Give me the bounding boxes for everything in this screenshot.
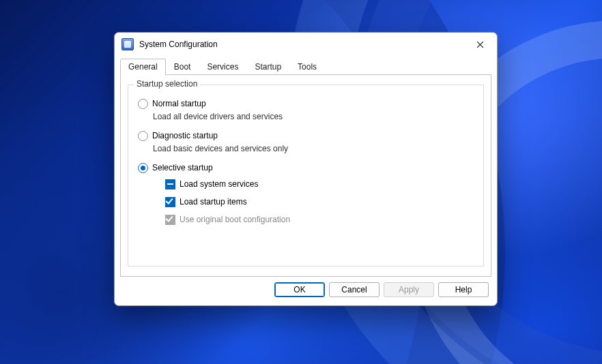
- help-button[interactable]: Help: [438, 282, 489, 297]
- msconfig-icon: [121, 38, 134, 50]
- checkbox-icon: [165, 179, 175, 189]
- checkbox-use-original-boot: Use original boot configuration: [138, 213, 474, 226]
- radio-diagnostic-startup[interactable]: Diagnostic startup: [138, 130, 474, 142]
- radio-icon: [138, 99, 148, 109]
- radio-selective-startup[interactable]: Selective startup: [138, 162, 474, 174]
- close-button[interactable]: [470, 36, 490, 52]
- tab-panel-general: Startup selection Normal startup Load al…: [120, 74, 491, 277]
- cancel-button[interactable]: Cancel: [329, 282, 379, 297]
- checkbox-load-system-services[interactable]: Load system services: [138, 178, 474, 190]
- radio-icon: [138, 163, 148, 173]
- radio-normal-startup[interactable]: Normal startup: [138, 97, 474, 110]
- tab-tools[interactable]: Tools: [289, 59, 325, 75]
- tab-strip: General Boot Services Startup Tools: [115, 58, 497, 74]
- close-icon: [476, 41, 484, 48]
- checkbox-label: Load startup items: [180, 197, 247, 207]
- window-title: System Configuration: [139, 40, 470, 49]
- normal-startup-desc: Load all device drivers and services: [138, 110, 474, 123]
- system-configuration-dialog: System Configuration General Boot Servic…: [114, 32, 498, 306]
- startup-selection-group: Startup selection Normal startup Load al…: [128, 85, 484, 267]
- tab-label: General: [128, 62, 158, 72]
- tab-label: Startup: [255, 62, 281, 72]
- titlebar: System Configuration: [115, 33, 497, 56]
- radio-label: Selective startup: [152, 163, 213, 172]
- checkbox-load-startup-items[interactable]: Load startup items: [138, 196, 474, 208]
- desktop-wallpaper: System Configuration General Boot Servic…: [0, 0, 602, 364]
- tab-general[interactable]: General: [120, 59, 166, 75]
- checkbox-icon: [165, 215, 175, 225]
- radio-icon: [138, 131, 148, 141]
- ok-button[interactable]: OK: [274, 282, 325, 297]
- checkbox-icon: [165, 197, 175, 207]
- radio-label: Diagnostic startup: [152, 131, 218, 140]
- tab-startup[interactable]: Startup: [246, 59, 289, 75]
- apply-button: Apply: [384, 282, 434, 297]
- tab-label: Services: [207, 62, 238, 72]
- tab-label: Tools: [298, 62, 317, 72]
- dialog-footer: OK Cancel Apply Help: [115, 282, 497, 305]
- tab-services[interactable]: Services: [199, 59, 246, 75]
- radio-label: Normal startup: [152, 99, 206, 108]
- tab-boot[interactable]: Boot: [166, 59, 199, 75]
- checkbox-label: Use original boot configuration: [180, 215, 290, 224]
- checkbox-label: Load system services: [180, 179, 258, 189]
- tab-label: Boot: [174, 62, 191, 72]
- groupbox-legend: Startup selection: [134, 79, 200, 89]
- diagnostic-startup-desc: Load basic devices and services only: [138, 142, 474, 155]
